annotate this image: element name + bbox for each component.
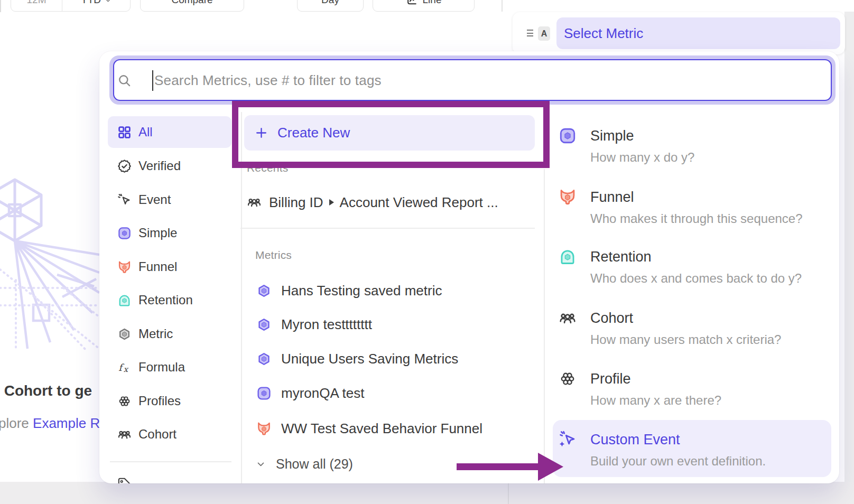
- sidebar-section-divider: [110, 461, 231, 462]
- interval-day-label: Day: [321, 0, 339, 6]
- date-range-button-group[interactable]: 12M YTD: [11, 0, 131, 12]
- type-cohort[interactable]: CohortHow many users match x criteria?: [559, 309, 781, 349]
- type-funnel[interactable]: FunnelWho makes it through this sequence…: [559, 188, 803, 228]
- annotation-box: [232, 101, 550, 168]
- simple-metric-icon: [559, 127, 577, 145]
- show-all-toggle[interactable]: Show all (29): [256, 451, 353, 477]
- drag-handle-icon[interactable]: [527, 30, 533, 39]
- compare-button[interactable]: Compare: [140, 0, 244, 12]
- chevron-down-icon: [105, 0, 112, 4]
- chevron-down-icon: [256, 460, 265, 469]
- layout-divider-bottom: [508, 482, 509, 504]
- metric-list-item[interactable]: myronQA test: [256, 380, 365, 406]
- chart-type-label: Line: [423, 0, 442, 6]
- type-profile[interactable]: ProfileHow many x are there?: [559, 370, 721, 409]
- interval-day-button[interactable]: Day: [297, 0, 364, 12]
- metric-list-item[interactable]: Hans Testing saved metric: [256, 278, 442, 303]
- funnel-icon: [117, 260, 132, 274]
- grid-icon: [117, 125, 132, 139]
- tag-icon: [117, 477, 131, 483]
- metric-list-item[interactable]: WW Test Saved Behavior Funnel: [256, 416, 482, 441]
- page-gutter-bottom: [0, 482, 854, 504]
- range-ytd-button[interactable]: YTD: [62, 0, 130, 11]
- empty-state-headline-fragment: r Cohort to ge: [0, 382, 92, 399]
- text-cursor: [152, 70, 153, 91]
- select-metric-label: Select Metric: [564, 25, 643, 42]
- metrics-heading: Metrics: [255, 249, 292, 262]
- saved-metric-icon: [256, 283, 272, 298]
- saved-metric-icon: [256, 317, 272, 332]
- range-ytd-label: YTD: [81, 0, 101, 6]
- empty-state-illustration: [0, 174, 99, 354]
- metric-list-item[interactable]: Unique Users Saving Metrics: [256, 346, 458, 371]
- filter-event[interactable]: Event: [108, 187, 231, 212]
- recent-item-cohort-name: Billing ID: [269, 194, 323, 211]
- cohort-icon: [247, 195, 262, 210]
- filter-tags[interactable]: [108, 477, 231, 483]
- filter-cohort[interactable]: Cohort: [108, 422, 231, 447]
- layout-divider-top: [502, 0, 503, 12]
- range-12m-label: 12M: [27, 0, 47, 6]
- saved-metric-icon: [256, 351, 272, 367]
- metric-hexagon-icon: [117, 327, 132, 341]
- example-reports-link[interactable]: Example R: [33, 415, 100, 431]
- retention-icon: [117, 293, 132, 307]
- filter-retention[interactable]: Retention: [108, 287, 231, 313]
- type-custom-event[interactable]: Custom EventBuild your own event definit…: [559, 431, 766, 470]
- profiles-icon: [559, 370, 577, 388]
- formula-icon: [117, 360, 132, 375]
- filter-metric[interactable]: Metric: [108, 321, 231, 347]
- compare-label: Compare: [171, 0, 212, 6]
- filter-formula[interactable]: Formula: [108, 354, 231, 380]
- cohort-icon: [117, 427, 132, 442]
- funnel-icon: [559, 188, 577, 206]
- empty-state-explore-text: xplore Example R: [0, 415, 100, 432]
- filter-funnel[interactable]: Funnel: [108, 254, 231, 279]
- chart-type-line-button[interactable]: Line: [373, 0, 475, 12]
- simple-metric-icon: [117, 226, 132, 240]
- filter-profiles[interactable]: Profiles: [108, 388, 231, 414]
- filter-all[interactable]: All: [108, 116, 231, 148]
- recent-item-event-name: Account Viewed Report ...: [340, 194, 498, 211]
- event-cursor-icon: [117, 193, 132, 207]
- retention-icon: [559, 248, 577, 266]
- explore-prefix: xplore: [0, 415, 29, 431]
- funnel-icon: [256, 421, 272, 436]
- line-chart-icon: [406, 0, 417, 6]
- annotation-arrow: [453, 449, 565, 484]
- profiles-icon: [117, 394, 132, 408]
- type-simple[interactable]: SimpleHow many x do y?: [559, 127, 694, 166]
- verified-badge-icon: [117, 159, 132, 173]
- filter-simple[interactable]: Simple: [108, 220, 231, 246]
- recent-metric-item[interactable]: Billing IDAccount Viewed Report ...: [247, 190, 498, 215]
- metric-row-letter-badge: A: [538, 26, 550, 41]
- breadcrumb-arrow-icon: [329, 199, 334, 206]
- columns-divider: [544, 169, 545, 483]
- recents-divider: [240, 228, 535, 229]
- search-input[interactable]: [154, 69, 788, 92]
- custom-event-icon: [559, 431, 577, 449]
- type-retention[interactable]: RetentionWho does x and comes back to do…: [559, 248, 802, 287]
- select-metric-field[interactable]: Select Metric: [556, 17, 840, 49]
- page-gutter-right: [844, 12, 854, 504]
- layout-edge-left: [0, 0, 1, 12]
- range-12m-button[interactable]: 12M: [11, 0, 62, 11]
- filter-verified[interactable]: Verified: [108, 153, 231, 179]
- metric-list-item[interactable]: Myron testttttttt: [256, 312, 372, 337]
- simple-metric-icon: [256, 386, 272, 401]
- cohort-icon: [559, 309, 577, 327]
- search-icon: [117, 73, 132, 88]
